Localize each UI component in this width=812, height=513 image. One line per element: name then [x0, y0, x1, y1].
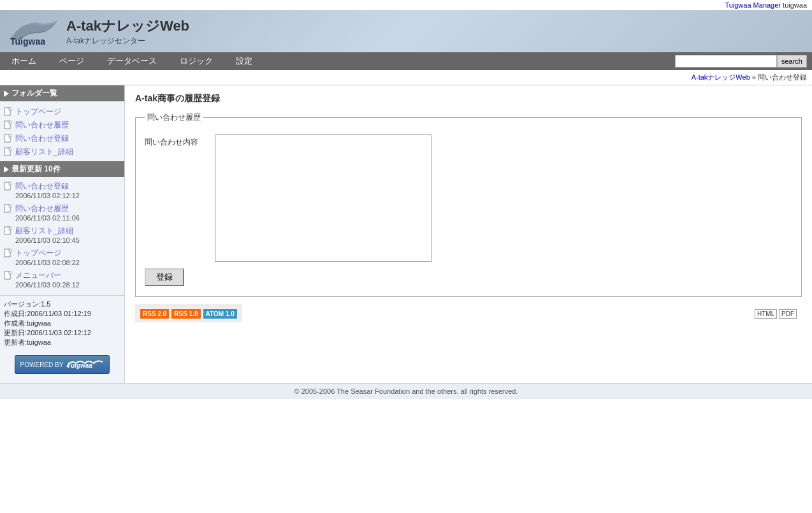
recent-item: メニューバー 2006/11/03 00:28:12: [4, 270, 120, 289]
breadcrumb-link[interactable]: A-takナレッジWeb: [692, 73, 750, 81]
sidebar: フォルダ一覧 トップページ: [0, 85, 125, 383]
recent-section-triangle: [4, 166, 9, 173]
doc-icon: [4, 147, 13, 157]
folder-link-inquiry-register[interactable]: 問い合わせ登録: [15, 133, 69, 144]
fieldset-legend: 問い合わせ履歴: [145, 112, 203, 123]
rss20-badge[interactable]: RSS 2.0: [140, 309, 169, 319]
site-subtitle: A-takナレッジセンター: [66, 36, 189, 47]
manager-link[interactable]: Tuigwaa Manager: [725, 1, 781, 9]
svg-rect-15: [9, 227, 11, 229]
recent-link-0[interactable]: 問い合わせ登録: [4, 181, 120, 192]
nav-logic[interactable]: ロジック: [168, 52, 224, 70]
page-title: A-tak商事の履歴登録: [135, 93, 802, 105]
inquiry-label: 問い合わせ内容: [145, 134, 208, 148]
folder-links: トップページ 問い合わせ履歴: [0, 103, 124, 161]
pdf-badge[interactable]: PDF: [779, 309, 797, 319]
powered-by-label: POWERED BY: [20, 361, 64, 368]
inquiry-textarea[interactable]: [215, 134, 431, 262]
recent-section-label: 最新更新 10件: [11, 164, 61, 175]
recent-item: 問い合わせ履歴 2006/11/03 02:11:06: [4, 203, 120, 222]
nav-home[interactable]: ホーム: [0, 52, 48, 70]
recent-date-4: 2006/11/03 00:28:12: [4, 281, 120, 289]
created-by: 作成者:tuigwaa: [4, 319, 120, 328]
folder-link-item: 問い合わせ履歴: [4, 119, 120, 132]
recent-items: 問い合わせ登録 2006/11/03 02:12:12 問い合わせ履歴 2006: [0, 178, 124, 295]
svg-rect-17: [9, 249, 11, 252]
updated-by: 更新者:tuigwaa: [4, 338, 120, 347]
folder-section-triangle: [4, 90, 9, 97]
recent-link-1[interactable]: 問い合わせ履歴: [4, 203, 120, 214]
svg-rect-13: [9, 205, 11, 207]
site-title: A-takナレッジWeb: [66, 17, 189, 36]
recent-item: 問い合わせ登録 2006/11/03 02:12:12: [4, 181, 120, 199]
doc-icon: [4, 271, 13, 281]
header: Tuigwaa A-takナレッジWeb A-takナレッジセンター: [0, 10, 812, 52]
recent-date-2: 2006/11/03 02:10:45: [4, 236, 120, 244]
site-title-area: A-takナレッジWeb A-takナレッジセンター: [66, 17, 189, 47]
svg-rect-11: [9, 182, 11, 185]
user-bar: Tuigwaa Manager tuigwaa: [0, 0, 812, 10]
doc-icon: [4, 204, 13, 214]
form-row: 問い合わせ内容: [145, 134, 792, 262]
doc-icon: [4, 249, 13, 259]
submit-row: 登録: [145, 262, 792, 286]
folder-link-item: トップページ: [4, 105, 120, 119]
recent-item: トップページ 2006/11/03 02:08:22: [4, 248, 120, 266]
folder-link-item: 顧客リスト_詳細: [4, 145, 120, 159]
feed-bar: RSS 2.0 RSS 1.0 ATOM 1.0: [135, 305, 242, 322]
content-footer: RSS 2.0 RSS 1.0 ATOM 1.0 HTML PDF: [135, 305, 802, 322]
svg-rect-5: [9, 121, 11, 124]
doc-icon: [4, 182, 13, 192]
html-badge[interactable]: HTML: [755, 309, 777, 319]
rss10-badge[interactable]: RSS 1.0: [171, 309, 200, 319]
recent-link-4[interactable]: メニューバー: [4, 270, 120, 281]
submit-button[interactable]: 登録: [145, 268, 184, 286]
navbar: ホーム ページ データベース ロジック 設定 search: [0, 52, 812, 70]
logo-image: Tuigwaa: [8, 15, 59, 47]
updated-date: 更新日:2006/11/03 02:12:12: [4, 328, 120, 338]
recent-date-1: 2006/11/03 02:11:06: [4, 214, 120, 222]
svg-rect-3: [9, 108, 11, 110]
powered-by-badge: POWERED BY Tuigwaa: [15, 355, 110, 374]
copyright-text: © 2005-2006 The Seasar Foundation and th…: [294, 387, 518, 395]
doc-icon: [4, 134, 13, 144]
search-input[interactable]: [675, 55, 777, 68]
inquiry-fieldset: 問い合わせ履歴 問い合わせ内容 登録: [135, 112, 802, 297]
atom-badge[interactable]: ATOM 1.0: [203, 309, 237, 319]
username: tuigwaa: [783, 1, 807, 9]
main-layout: フォルダ一覧 トップページ: [0, 85, 812, 383]
nav-settings[interactable]: 設定: [224, 52, 264, 70]
doc-icon: [4, 107, 13, 117]
doc-icon: [4, 120, 13, 131]
recent-section-header: 最新更新 10件: [0, 161, 124, 177]
svg-text:Tuigwaa: Tuigwaa: [67, 362, 92, 369]
breadcrumb-separator: »: [752, 73, 756, 81]
folder-link-inquiry-history[interactable]: 問い合わせ履歴: [15, 120, 69, 131]
doc-icon: [4, 226, 13, 236]
recent-date-0: 2006/11/03 02:12:12: [4, 192, 120, 199]
version-info: バージョン:1.5 作成日:2006/11/03 01:12:19 作成者:tu…: [0, 295, 124, 351]
nav-page[interactable]: ページ: [48, 52, 96, 70]
version: バージョン:1.5: [4, 300, 120, 309]
copyright: © 2005-2006 The Seasar Foundation and th…: [0, 383, 812, 399]
recent-link-3[interactable]: トップページ: [4, 248, 120, 259]
search-button[interactable]: search: [777, 55, 807, 68]
folder-link-toppage[interactable]: トップページ: [15, 106, 61, 117]
folder-link-customer-list[interactable]: 顧客リスト_詳細: [15, 147, 73, 157]
folder-link-item: 問い合わせ登録: [4, 132, 120, 145]
content: A-tak商事の履歴登録 問い合わせ履歴 問い合わせ内容 登録 RSS 2.0 …: [125, 85, 812, 383]
svg-text:Tuigwaa: Tuigwaa: [10, 36, 45, 47]
powered-by-brand: Tuigwaa: [66, 358, 104, 371]
svg-rect-19: [9, 271, 11, 274]
search-bar: search: [675, 55, 812, 68]
recent-item: 顧客リスト_詳細 2006/11/03 02:10:45: [4, 226, 120, 244]
svg-rect-7: [9, 134, 11, 137]
svg-rect-9: [9, 148, 11, 150]
logo-area: Tuigwaa A-takナレッジWeb A-takナレッジセンター: [8, 15, 189, 47]
breadcrumb: A-takナレッジWeb » 問い合わせ登録: [0, 70, 812, 85]
folder-section-label: フォルダ一覧: [11, 88, 57, 99]
recent-link-2[interactable]: 顧客リスト_詳細: [4, 226, 120, 236]
powered-by: POWERED BY Tuigwaa: [0, 351, 124, 378]
created-date: 作成日:2006/11/03 01:12:19: [4, 309, 120, 319]
nav-database[interactable]: データベース: [96, 52, 168, 70]
